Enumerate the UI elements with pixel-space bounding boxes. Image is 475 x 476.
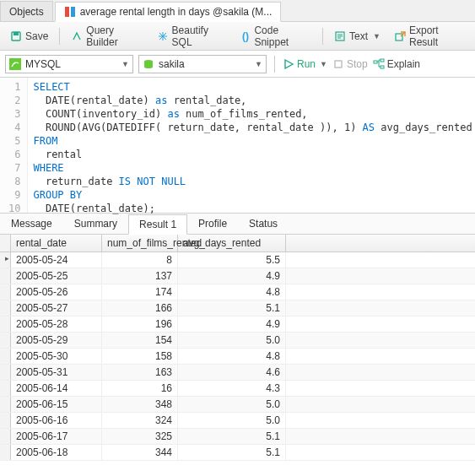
row-selector[interactable] — [0, 316, 11, 332]
row-selector[interactable] — [0, 413, 11, 428]
save-label: Save — [25, 30, 48, 42]
row-selector[interactable] — [0, 381, 11, 396]
database-combo[interactable]: sakila ▼ — [138, 55, 267, 73]
cell-avg-days[interactable]: 5.0 — [178, 333, 286, 348]
beautify-button[interactable]: Beautify SQL — [152, 22, 232, 51]
row-selector-head[interactable] — [0, 235, 11, 252]
cell-avg-days[interactable]: 5.5 — [178, 252, 286, 268]
row-selector[interactable] — [0, 397, 11, 412]
tab-message[interactable]: Message — [0, 214, 63, 234]
row-selector[interactable] — [0, 284, 11, 300]
svg-rect-1 — [71, 7, 75, 17]
sql-editor[interactable]: 12345678910 SELECT DATE(rental_date) as … — [0, 78, 475, 213]
cell-avg-days[interactable]: 4.3 — [178, 381, 286, 396]
stop-button[interactable]: Stop — [332, 58, 368, 70]
query-builder-button[interactable]: Query Builder — [66, 22, 148, 51]
cell-num-films[interactable]: 344 — [102, 445, 178, 460]
snippet-icon: () — [240, 30, 251, 42]
row-selector[interactable] — [0, 365, 11, 380]
cell-avg-days[interactable]: 4.9 — [178, 316, 286, 332]
tab-status[interactable]: Status — [238, 214, 289, 234]
cell-avg-days[interactable]: 4.9 — [178, 268, 286, 284]
cell-num-films[interactable]: 324 — [102, 413, 178, 428]
cell-rental-date[interactable]: 2005-05-28 — [11, 316, 102, 332]
code-area[interactable]: SELECT DATE(rental_date) as rental_date,… — [28, 78, 475, 213]
text-button[interactable]: Text ▼ — [329, 28, 386, 45]
cell-rental-date[interactable]: 2005-06-18 — [11, 445, 102, 460]
cell-rental-date[interactable]: 2005-06-17 — [11, 429, 102, 444]
cell-num-films[interactable]: 174 — [102, 284, 178, 300]
run-button[interactable]: Run ▼ — [283, 58, 327, 70]
cell-avg-days[interactable]: 5.0 — [178, 413, 286, 428]
code-line: DATE(rental_date); — [33, 203, 155, 214]
table-row[interactable]: ▸2005-05-2485.5 — [0, 252, 475, 268]
cell-rental-date[interactable]: 2005-06-16 — [11, 413, 102, 428]
cell-num-films[interactable]: 163 — [102, 365, 178, 380]
cell-num-films[interactable]: 8 — [102, 252, 178, 268]
cell-rental-date[interactable]: 2005-06-14 — [11, 381, 102, 396]
table-row[interactable]: 2005-05-291545.0 — [0, 333, 475, 349]
tab-message-label: Message — [11, 218, 52, 230]
table-row[interactable]: 2005-05-301584.8 — [0, 349, 475, 365]
col-header-rental-date[interactable]: rental_date — [11, 235, 102, 252]
cell-avg-days[interactable]: 5.1 — [178, 445, 286, 460]
table-row[interactable]: 2005-05-271665.1 — [0, 300, 475, 316]
table-row[interactable]: 2005-05-261744.8 — [0, 284, 475, 300]
cell-num-films[interactable]: 196 — [102, 316, 178, 332]
cell-num-films[interactable]: 137 — [102, 268, 178, 284]
engine-combo[interactable]: MYSQL ▼ — [5, 55, 133, 73]
col-header-avg-days[interactable]: avg_days_rented — [178, 235, 286, 252]
cell-rental-date[interactable]: 2005-05-27 — [11, 300, 102, 316]
row-selector[interactable] — [0, 445, 11, 460]
cell-rental-date[interactable]: 2005-05-31 — [11, 365, 102, 380]
cell-num-films[interactable]: 16 — [102, 381, 178, 396]
row-selector[interactable] — [0, 349, 11, 364]
export-button[interactable]: Export Result — [389, 22, 470, 51]
separator — [274, 56, 275, 73]
cell-num-films[interactable]: 325 — [102, 429, 178, 444]
table-row[interactable]: 2005-06-163245.0 — [0, 413, 475, 429]
table-row[interactable]: 2005-05-281964.9 — [0, 316, 475, 333]
tab-profile[interactable]: Profile — [187, 214, 238, 234]
row-selector[interactable] — [0, 268, 11, 284]
cell-avg-days[interactable]: 4.8 — [178, 349, 286, 364]
code-line: return_date — [33, 176, 118, 187]
table-row[interactable]: 2005-06-173255.1 — [0, 429, 475, 445]
tab-result1[interactable]: Result 1 — [128, 214, 187, 235]
cell-num-films[interactable]: 348 — [102, 397, 178, 412]
tab-objects[interactable]: Objects — [0, 1, 53, 21]
row-selector[interactable] — [0, 300, 11, 316]
cell-avg-days[interactable]: 4.8 — [178, 284, 286, 300]
svg-rect-12 — [374, 61, 377, 63]
cell-avg-days[interactable]: 5.1 — [178, 300, 286, 316]
tab-summary[interactable]: Summary — [63, 214, 128, 234]
cell-rental-date[interactable]: 2005-05-25 — [11, 268, 102, 284]
table-row[interactable]: 2005-05-311634.6 — [0, 365, 475, 381]
table-row[interactable]: 2005-06-153485.0 — [0, 397, 475, 413]
tab-query[interactable]: average rental length in days @sakila (M… — [55, 2, 282, 22]
cell-num-films[interactable]: 166 — [102, 300, 178, 316]
code-line: DATE(rental_date) — [33, 95, 155, 106]
cell-rental-date[interactable]: 2005-05-24 — [11, 252, 102, 268]
cell-rental-date[interactable]: 2005-05-26 — [11, 284, 102, 300]
row-selector[interactable] — [0, 333, 11, 348]
cell-num-films[interactable]: 154 — [102, 333, 178, 348]
snippet-button[interactable]: () Code Snippet — [235, 22, 316, 51]
cell-num-films[interactable]: 158 — [102, 349, 178, 364]
col-header-num-films[interactable]: num_of_films_rented — [102, 235, 178, 252]
explain-button[interactable]: Explain — [373, 58, 420, 70]
table-row[interactable]: 2005-06-183445.1 — [0, 445, 475, 461]
svg-rect-9 — [9, 58, 21, 70]
row-selector[interactable] — [0, 429, 11, 444]
cell-rental-date[interactable]: 2005-05-30 — [11, 349, 102, 364]
cell-avg-days[interactable]: 5.1 — [178, 429, 286, 444]
cell-avg-days[interactable]: 4.6 — [178, 365, 286, 380]
cell-avg-days[interactable]: 5.0 — [178, 397, 286, 412]
cell-rental-date[interactable]: 2005-05-29 — [11, 333, 102, 348]
save-button[interactable]: Save — [5, 28, 53, 45]
row-selector[interactable]: ▸ — [0, 252, 11, 268]
table-row[interactable]: 2005-05-251374.9 — [0, 268, 475, 284]
code-line: avg_days_rented — [375, 122, 472, 133]
table-row[interactable]: 2005-06-14164.3 — [0, 381, 475, 397]
cell-rental-date[interactable]: 2005-06-15 — [11, 397, 102, 412]
